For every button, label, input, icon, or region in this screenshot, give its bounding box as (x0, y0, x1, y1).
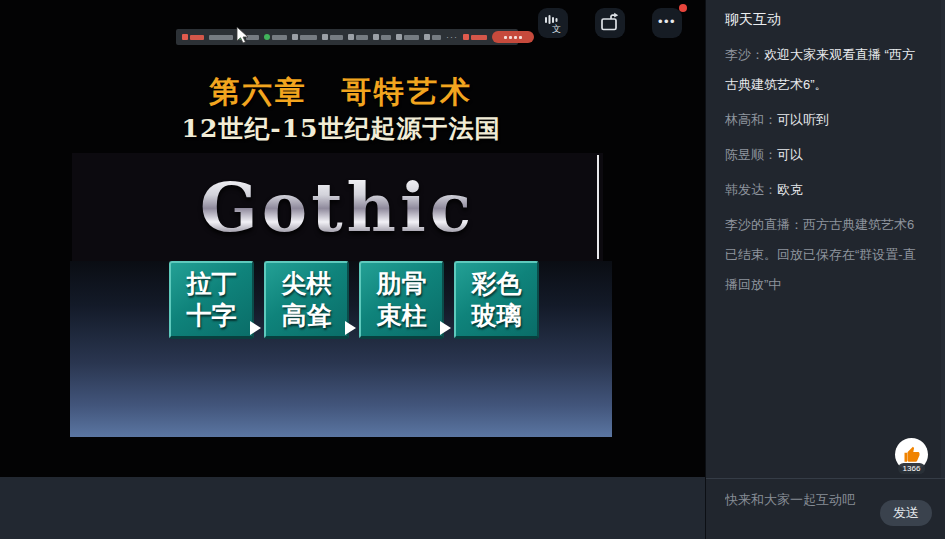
flow-box-text: 彩色 (472, 268, 522, 299)
host-info-bar: 主播: 李沙 标题: 西方古典建筑艺术6 (0, 477, 705, 539)
notification-red-dot (679, 4, 687, 12)
chat-input-area: 发送 (706, 478, 945, 539)
chat-sender-name: 李沙的直播： (725, 217, 803, 232)
chat-system-message: 李沙的直播：西方古典建筑艺术6 已结束。回放已保存在“群设置-直播回放”中 (725, 210, 926, 300)
flow-box-pointed-arch: 尖栱 高耸 (264, 261, 349, 339)
chat-sender-name: 陈昱顺： (725, 147, 777, 162)
chat-scrollbar[interactable] (941, 0, 945, 478)
chat-input[interactable] (723, 487, 872, 511)
chat-message-text: 可以 (777, 147, 803, 162)
record-icon[interactable] (396, 34, 419, 40)
flow-arrow-icon (345, 321, 356, 335)
svg-text:文: 文 (552, 24, 561, 33)
chat-sender-name: 李沙： (725, 47, 764, 62)
voice-to-text-icon: 文 (543, 13, 563, 33)
flow-box-text: 十字 (187, 300, 237, 331)
chat-sender-name: 林高和： (725, 112, 777, 127)
flow-arrow-icon (440, 321, 451, 335)
chat-sender-name: 韩发达： (725, 182, 777, 197)
members-icon[interactable] (348, 34, 368, 40)
chat-panel: 聊天互动 李沙：欢迎大家来观看直播 “西方古典建筑艺术6”。 林高和：可以听到 … (705, 0, 945, 539)
flow-box-text: 高耸 (282, 300, 332, 331)
chat-message: 韩发达：欧克 (725, 175, 926, 205)
flow-box-text: 玻璃 (472, 300, 522, 331)
flow-box-text: 肋骨 (377, 268, 427, 299)
more-icon[interactable]: ··· (446, 33, 458, 42)
live-stream-window: ··· 文 ••• (0, 0, 945, 539)
more-options-button[interactable]: ••• (652, 8, 682, 38)
rotate-screen-icon (599, 12, 621, 34)
flow-box-text: 尖栱 (282, 268, 332, 299)
chat-message: 陈昱顺：可以 (725, 140, 926, 170)
chat-icon[interactable] (373, 34, 391, 40)
mic-icon[interactable] (264, 34, 287, 40)
chat-message-text: 欧克 (777, 182, 803, 197)
slide-subtitle: 12世纪-15世纪起源于法国 (70, 112, 612, 145)
rotate-screen-button[interactable] (595, 8, 625, 38)
video-stage: ··· 文 ••• (0, 0, 705, 477)
mouse-cursor (236, 26, 249, 45)
flow-box-text: 拉丁 (187, 268, 237, 299)
exit-fullscreen-icon[interactable] (463, 34, 487, 40)
share-timer (209, 35, 233, 40)
share-screen-icon[interactable] (322, 34, 343, 40)
more-options-icon: ••• (658, 14, 676, 29)
like-button[interactable]: 1366 (895, 438, 928, 471)
settings-icon[interactable] (424, 34, 441, 40)
camera-icon[interactable] (292, 34, 317, 40)
chat-message: 林高和：可以听到 (725, 105, 926, 135)
slide-chapter-title: 第六章 哥特艺术 (70, 72, 612, 113)
gothic-banner: Gothic (72, 153, 603, 261)
thumbs-up-icon (903, 446, 921, 464)
flow-arrow-icon (250, 321, 261, 335)
chat-message-list: 李沙：欢迎大家来观看直播 “西方古典建筑艺术6”。 林高和：可以听到 陈昱顺：可… (706, 40, 945, 305)
gothic-banner-text: Gothic (200, 173, 476, 241)
screen-share-toolbar[interactable]: ··· (176, 29, 518, 45)
voice-to-text-button[interactable]: 文 (538, 8, 568, 38)
flow-box-text: 束柱 (377, 300, 427, 331)
send-button[interactable]: 发送 (880, 500, 932, 526)
chat-panel-title: 聊天互动 (725, 11, 781, 29)
chat-message-text: 可以听到 (777, 112, 829, 127)
flow-box-latin-cross: 拉丁 十字 (169, 261, 254, 339)
banner-divider-line (597, 155, 599, 259)
flow-box-rib-columns: 肋骨 束柱 (359, 261, 444, 339)
end-share-button[interactable] (492, 31, 534, 43)
live-indicator-icon (182, 34, 204, 40)
chat-message: 李沙：欢迎大家来观看直播 “西方古典建筑艺术6”。 (725, 40, 926, 100)
like-count-badge: 1366 (898, 463, 926, 474)
flow-box-stained-glass: 彩色 玻璃 (454, 261, 539, 339)
